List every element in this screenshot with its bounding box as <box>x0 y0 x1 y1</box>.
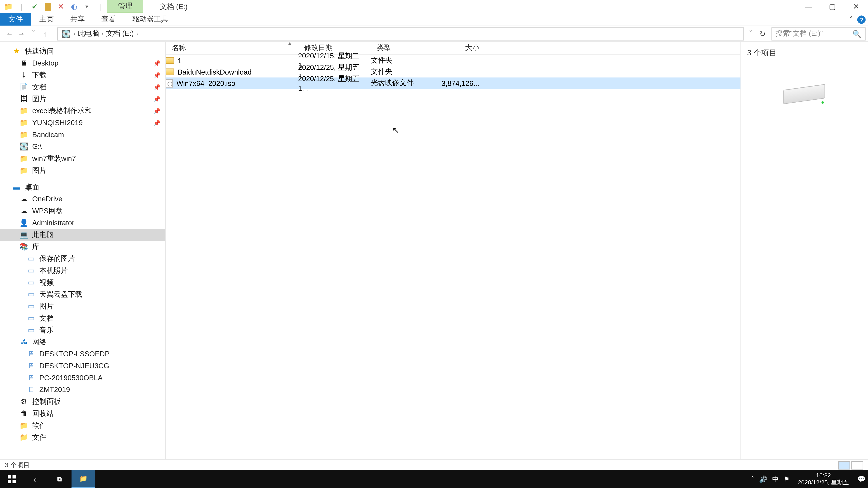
start-button[interactable] <box>0 470 24 488</box>
tree-qa-item[interactable]: 📁 excel表格制作求和 📌 <box>0 105 165 117</box>
folder-icon: 📁 <box>19 166 29 175</box>
tree-qa-item[interactable]: 📁 Bandicam <box>0 129 165 141</box>
address-row: ← → ˅ ↑ 💽 › 此电脑 › 文档 (E:) › ˅ ↻ 搜索"文档 (E… <box>0 26 868 42</box>
tree-network-item[interactable]: 🖥 DESKTOP-LSSOEDP <box>0 348 165 360</box>
tree-quick-access[interactable]: ★ 快速访问 <box>0 45 165 57</box>
search-icon[interactable]: 🔍 <box>852 30 862 38</box>
tree-label: 音乐 <box>39 325 54 335</box>
tree-item[interactable]: ⚙ 控制面板 <box>0 396 165 408</box>
tree-network-item[interactable]: 🖥 DESKTOP-NJEU3CG <box>0 360 165 372</box>
address-dropdown-icon[interactable]: ˅ <box>746 30 755 38</box>
tray-overflow-icon[interactable]: ˄ <box>751 475 754 483</box>
preview-pane: 3 个项目 <box>741 42 868 459</box>
tree-network-item[interactable]: 🖥 ZMT2019 <box>0 384 165 396</box>
column-type[interactable]: 类型 <box>371 43 432 53</box>
action-center-icon[interactable]: 💬 <box>857 475 866 483</box>
tree-qa-item[interactable]: 📁 YUNQISHI2019 📌 <box>0 117 165 129</box>
tree-label: win7重装win7 <box>32 153 76 164</box>
tree-lib-item[interactable]: ▭ 图片 <box>0 300 165 312</box>
tree-lib-item[interactable]: ▭ 天翼云盘下载 <box>0 289 165 300</box>
tree-qa-item[interactable]: 💽 G:\ <box>0 140 165 153</box>
library-icon: ▭ <box>26 254 36 263</box>
tree-qa-item[interactable]: 🖼 图片 📌 <box>0 93 165 105</box>
ribbon-minimize-icon[interactable]: ˅ <box>845 14 856 25</box>
pin-icon: 📌 <box>153 107 160 114</box>
tree-desktop-item[interactable]: 📚 库 <box>0 241 165 253</box>
column-headers[interactable]: 名称▲ 修改日期 类型 大小 <box>166 42 740 55</box>
nav-forward-button[interactable]: → <box>17 30 26 38</box>
qat-undo-icon[interactable]: ◐ <box>69 2 79 11</box>
tree-desktop-group[interactable]: ▬ 桌面 <box>0 181 165 193</box>
window-close-button[interactable]: ✕ <box>844 0 868 13</box>
library-icon: ▭ <box>26 290 36 299</box>
folder-icon: 🖼 <box>19 94 29 104</box>
tray-flag-icon[interactable]: ⚑ <box>784 475 789 483</box>
tree-qa-item[interactable]: 📁 图片 <box>0 164 165 176</box>
tree-desktop-item[interactable]: 👤 Administrator <box>0 217 165 229</box>
tree-desktop-item[interactable]: ☁ OneDrive <box>0 193 165 205</box>
qat-properties-icon[interactable]: ✔ <box>30 2 39 11</box>
tree-item[interactable]: 📁 文件 <box>0 431 165 443</box>
tray-volume-icon[interactable]: 🔊 <box>759 475 767 483</box>
ribbon-tab-view[interactable]: 查看 <box>93 13 124 26</box>
help-icon[interactable]: ? <box>857 15 866 24</box>
tree-lib-item[interactable]: ▭ 本机照片 <box>0 265 165 276</box>
tray-time: 16:32 <box>798 472 849 479</box>
tree-lib-item[interactable]: ▭ 视频 <box>0 276 165 289</box>
breadcrumb-this-pc[interactable]: 此电脑 <box>78 29 99 39</box>
tree-desktop-item[interactable]: ☁ WPS网盘 <box>0 205 165 217</box>
refresh-icon[interactable]: ↻ <box>756 30 769 38</box>
tree-label: 天翼云盘下载 <box>39 289 82 299</box>
ribbon-context-tab-manage[interactable]: 管理 <box>107 0 143 13</box>
tree-lib-item[interactable]: ▭ 文档 <box>0 312 165 324</box>
ribbon-tab-share[interactable]: 共享 <box>62 13 93 26</box>
navigation-tree[interactable]: ★ 快速访问 🖥 Desktop 📌 ⭳ 下载 📌 📄 文档 📌 🖼 图片 📌 … <box>0 42 166 459</box>
view-details-button[interactable] <box>838 461 850 469</box>
tree-label: 下载 <box>32 70 46 80</box>
ribbon-tab-home[interactable]: 主页 <box>31 13 62 26</box>
tree-network-item[interactable]: 🖥 PC-20190530OBLA <box>0 372 165 384</box>
column-name[interactable]: 名称▲ <box>166 43 298 53</box>
file-row[interactable]: BaiduNetdiskDownload 2020/12/25, 星期五 1..… <box>166 66 740 77</box>
search-box[interactable]: 搜索"文档 (E:)" 🔍 <box>772 27 866 40</box>
nav-recent-button[interactable]: ˅ <box>29 30 38 38</box>
taskbar-explorer-button[interactable]: 📁 <box>71 470 95 488</box>
ribbon-tab-drivetools[interactable]: 驱动器工具 <box>124 13 177 26</box>
tree-label: PC-20190530OBLA <box>39 374 103 382</box>
address-bar[interactable]: 💽 › 此电脑 › 文档 (E:) › <box>57 27 744 40</box>
tree-item[interactable]: 📁 软件 <box>0 420 165 431</box>
taskbar-search-button[interactable]: ⌕ <box>24 470 48 488</box>
window-maximize-button[interactable]: ▢ <box>820 0 844 13</box>
ribbon-tab-file[interactable]: 文件 <box>0 13 31 26</box>
tree-lib-item[interactable]: ▭ 音乐 <box>0 324 165 336</box>
tree-label: DESKTOP-NJEU3CG <box>39 362 109 370</box>
qat-separator: | <box>17 2 26 11</box>
nav-back-button[interactable]: ← <box>5 30 14 38</box>
tree-desktop-item[interactable]: 💻 此电脑 <box>0 229 165 241</box>
tray-ime-indicator[interactable]: 中 <box>772 475 779 484</box>
column-size[interactable]: 大小 <box>432 43 485 53</box>
file-row[interactable]: 1 2020/12/15, 星期二 1... 文件夹 <box>166 55 740 66</box>
window-minimize-button[interactable]: — <box>797 0 820 13</box>
tree-qa-item[interactable]: ⭳ 下载 📌 <box>0 69 165 81</box>
file-row[interactable]: Win7x64_2020.iso 2020/12/25, 星期五 1... 光盘… <box>166 77 740 89</box>
tree-qa-item[interactable]: 📄 文档 📌 <box>0 81 165 93</box>
qat-delete-icon[interactable]: ✕ <box>56 2 66 11</box>
view-large-icons-button[interactable] <box>851 461 863 469</box>
breadcrumb-drive-e[interactable]: 文档 (E:) <box>106 29 134 39</box>
nav-up-button[interactable]: ↑ <box>40 30 50 38</box>
tree-network[interactable]: 🖧 网络 <box>0 336 165 348</box>
tree-qa-item[interactable]: 🖥 Desktop 📌 <box>0 57 165 69</box>
qat-dropdown-icon[interactable]: ▾ <box>82 2 92 11</box>
ribbon-tabs: 文件 主页 共享 查看 驱动器工具 ˅ ? <box>0 13 868 26</box>
tree-label: 图片 <box>32 94 46 104</box>
task-view-button[interactable]: ⧉ <box>48 470 71 488</box>
tree-lib-item[interactable]: ▭ 保存的图片 <box>0 253 165 265</box>
qat-newfolder-icon[interactable]: ▇ <box>43 2 53 11</box>
explorer-icon: 📁 <box>4 2 13 11</box>
taskbar[interactable]: ⌕ ⧉ 📁 ˄ 🔊 中 ⚑ 16:32 2020/12/25, 星期五 💬 <box>0 470 868 488</box>
tray-clock[interactable]: 16:32 2020/12/25, 星期五 <box>794 472 852 486</box>
tree-item[interactable]: 🗑 回收站 <box>0 408 165 420</box>
item-icon: 👤 <box>19 218 29 228</box>
tree-qa-item[interactable]: 📁 win7重装win7 <box>0 153 165 164</box>
